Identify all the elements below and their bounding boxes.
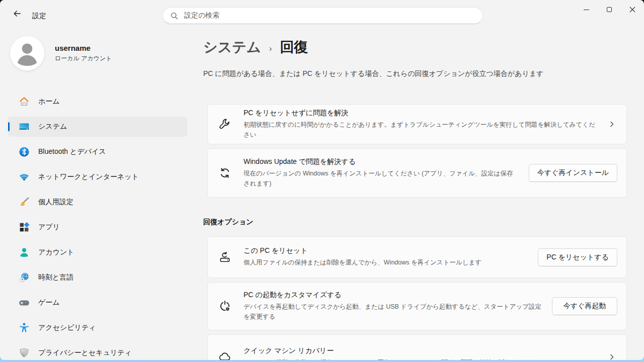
sidebar-item-gaming[interactable]: ゲーム [8,293,187,313]
maximize-button[interactable] [598,0,621,19]
personalization-icon [18,196,30,208]
sidebar: username ローカル アカウント ホーム システム [0,31,191,360]
sidebar-item-time-language[interactable]: 時刻と言語 [8,267,187,288]
accessibility-icon [18,322,30,334]
reset-pc-button[interactable]: PC をリセットする [538,248,617,266]
titlebar: 設定 設定の検索 [0,0,644,31]
breadcrumb-separator-icon: › [269,44,272,54]
sidebar-item-label: ホーム [38,97,60,106]
card-advanced-startup[interactable]: PC の起動をカスタマイズする デバイスを再起動してディスクから起動、または U… [207,282,627,330]
sidebar-item-label: アプリ [38,223,60,232]
sidebar-item-label: アカウント [38,248,74,257]
card-title: クイック マシン リカバリー [244,346,598,355]
card-reset-this-pc[interactable]: この PC をリセット 個人用ファイルの保持または削除を選んでから、Window… [207,236,627,278]
breadcrumb-parent[interactable]: システム [203,38,261,57]
system-icon [18,121,30,133]
sidebar-item-label: 個人用設定 [38,198,73,207]
sidebar-item-accounts[interactable]: アカウント [8,242,187,262]
close-icon [629,7,635,13]
apps-icon [18,221,30,233]
sidebar-item-label: プライバシーとセキュリティ [38,348,132,357]
sidebar-item-label: システム [38,122,67,131]
back-button[interactable] [7,6,27,23]
reinstall-now-button[interactable]: 今すぐ再インストール [529,164,617,182]
profile-account-type: ローカル アカウント [55,54,112,63]
sidebar-item-label: ネットワークとインターネット [38,172,139,182]
profile-text: username ローカル アカウント [55,44,112,63]
accounts-icon [18,246,30,258]
sidebar-nav: ホーム システム Bluetooth とデバイス [8,92,187,360]
card-title: PC をリセットせずに問題を解決 [244,109,598,118]
gaming-icon [18,297,30,309]
card-text: クイック マシン リカバリー デバイスの起動に失敗した場合は、デバイスの回復ソリ… [244,346,598,360]
card-description: 初期状態に戻すのに時間がかかることがあります。まずトラブルシューティングツールを… [244,120,598,140]
sidebar-item-accessibility[interactable]: アクセシビリティ [8,318,187,338]
back-arrow-icon [13,9,22,20]
card-text: PC の起動をカスタマイズする デバイスを再起動してディスクから起動、または U… [244,291,542,322]
time-language-icon [18,272,30,284]
maximize-icon [607,7,612,12]
card-description: 個人用ファイルの保持または削除を選んでから、Windows を再インストールしま… [244,258,528,267]
cloud-icon [218,350,231,360]
card-title: この PC をリセット [244,246,528,255]
sidebar-item-label: 時刻と言語 [38,273,73,282]
card-fix-with-windows-update[interactable]: Windows Update で問題を解決する 現在のバージョンの Window… [207,148,627,198]
profile-card[interactable]: username ローカル アカウント [10,36,112,70]
wrench-icon [218,118,231,131]
sidebar-item-label: ゲーム [38,298,60,307]
restart-now-button[interactable]: 今すぐ再起動 [552,297,617,315]
reset-pc-icon [218,251,231,264]
home-icon [18,96,30,108]
section-header: 回復オプション [203,218,627,227]
card-description: デバイスを再起動してディスクから起動、または USB ドライブから起動するなど、… [244,302,542,322]
card-title: PC の起動をカスタマイズする [244,291,542,300]
search-icon [170,12,179,20]
selection-pill [8,122,10,131]
card-text: Windows Update で問題を解決する 現在のバージョンの Window… [244,157,519,189]
profile-name: username [55,44,112,52]
card-description: 現在のバージョンの Windows を再インストールしてください (アプリ、ファ… [244,169,519,189]
sync-icon [218,166,231,179]
minimize-icon [584,10,589,10]
card-quick-machine-recovery[interactable]: クイック マシン リカバリー デバイスの起動に失敗した場合は、デバイスの回復ソリ… [207,334,627,360]
minimize-button[interactable] [575,0,598,19]
sidebar-item-label: Bluetooth とデバイス [38,147,106,156]
card-text: PC をリセットせずに問題を解決 初期状態に戻すのに時間がかかることがあります。… [244,109,598,140]
bluetooth-icon [18,146,30,158]
avatar [10,36,44,70]
page-subtitle: PC に問題がある場合、または PC をリセットする場合、これらの回復オプション… [203,69,622,78]
advanced-startup-icon [218,300,231,313]
caption-buttons [575,0,644,19]
search-input[interactable]: 設定の検索 [163,7,483,24]
settings-cards: PC をリセットせずに問題を解決 初期状態に戻すのに時間がかかることがあります。… [207,104,627,360]
network-icon [18,171,30,183]
settings-window: 設定 設定の検索 username ローカル アカウント [0,0,644,360]
main-content: システム › 回復 PC に問題がある場合、または PC をリセットする場合、こ… [203,31,627,360]
sidebar-item-system[interactable]: システム [8,117,187,137]
sidebar-item-home[interactable]: ホーム [8,92,187,112]
privacy-icon [18,347,30,359]
close-button[interactable] [621,0,644,19]
sidebar-item-privacy-security[interactable]: プライバシーとセキュリティ [8,343,187,360]
card-troubleshoot[interactable]: PC をリセットせずに問題を解決 初期状態に戻すのに時間がかかることがあります。… [207,104,627,144]
card-text: この PC をリセット 個人用ファイルの保持または削除を選んでから、Window… [244,246,528,267]
chevron-right-icon [608,353,615,360]
app-title: 設定 [32,12,46,21]
card-title: Windows Update で問題を解決する [244,157,519,166]
sidebar-item-label: アクセシビリティ [38,323,96,332]
sidebar-item-network-internet[interactable]: ネットワークとインターネット [8,167,187,187]
sidebar-item-personalization[interactable]: 個人用設定 [8,192,187,212]
breadcrumb: システム › 回復 [203,38,308,57]
sidebar-item-apps[interactable]: アプリ [8,217,187,237]
page-title: 回復 [280,38,308,57]
search-placeholder: 設定の検索 [184,11,219,20]
sidebar-item-bluetooth-devices[interactable]: Bluetooth とデバイス [8,142,187,162]
card-description: デバイスの起動に失敗した場合は、デバイスの回復ソリューションに関する問題の解決が… [244,358,598,360]
chevron-right-icon [608,121,615,128]
